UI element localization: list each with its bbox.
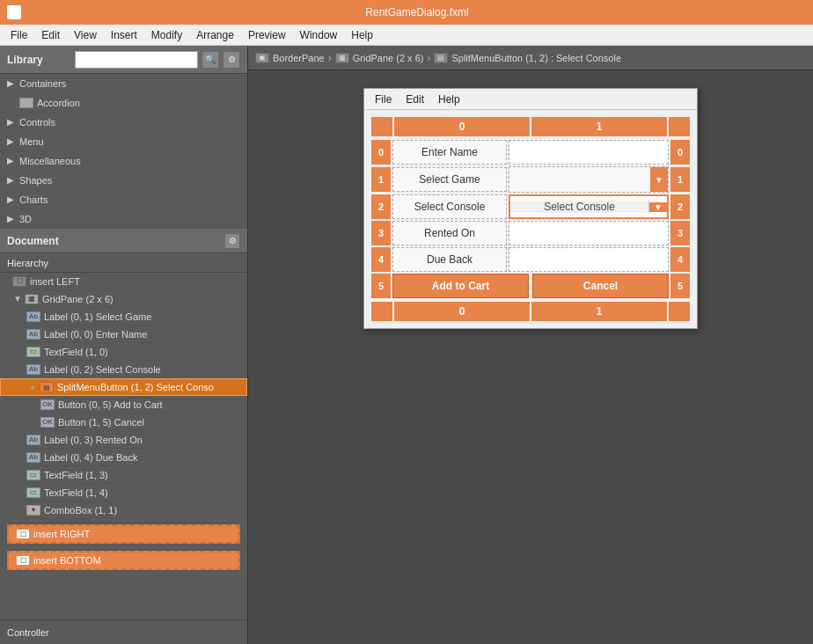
document-title: Document	[7, 235, 224, 247]
arrow-icon	[7, 98, 16, 107]
tree-label-select-game[interactable]: Ab Label (0, 1) Select Game	[0, 308, 247, 326]
right-content: ▣ BorderPane › ▦ GridPane (2 x 6) › ▤ Sp…	[248, 46, 813, 644]
label-rented-on-icon: Ab	[26, 435, 40, 445]
hierarchy-label: Hierarchy	[7, 258, 240, 268]
dialog-menu-help[interactable]: Help	[431, 91, 467, 107]
insert-bottom-label: insert BOTTOM	[33, 555, 101, 566]
grid-row-4: 4 Due Back 4	[371, 247, 690, 272]
row-num-4: 4	[371, 247, 391, 272]
rented-on-input[interactable]	[509, 221, 669, 245]
due-back-input[interactable]	[509, 247, 669, 272]
dialog-content: 0 1 0 Enter Name 0	[364, 110, 697, 328]
dialog-menu-file[interactable]: File	[368, 91, 399, 107]
menu-preview[interactable]: Preview	[241, 27, 293, 43]
tree-split-menu-button[interactable]: + ▤ SplitMenuButton (1, 2) Select Conso	[0, 378, 247, 396]
menu-help[interactable]: Help	[344, 27, 380, 43]
select-console-label: Select Console	[392, 194, 507, 219]
tree-label-enter-name[interactable]: Ab Label (0, 0) Enter Name	[0, 326, 247, 343]
label-due-back-icon: Ab	[26, 452, 40, 463]
enter-name-input[interactable]	[509, 140, 669, 165]
header-col-1: 1	[531, 117, 667, 136]
category-3d[interactable]: ▶ 3D	[0, 209, 247, 229]
textfield-1-3-text: TextField (1, 3)	[44, 470, 108, 480]
library-search-input[interactable]	[75, 51, 198, 69]
category-list: ▶ Containers Accordion ▶ Controls ▶ Menu…	[0, 74, 247, 229]
category-containers[interactable]: ▶ Containers	[0, 74, 247, 93]
tree-textfield-1-4[interactable]: ▭ TextField (1, 4)	[0, 484, 247, 501]
document-settings-button[interactable]: ⚙	[224, 233, 240, 249]
tree-insert-left[interactable]: ☐ insert LEFT	[0, 273, 247, 290]
row-num-0-right: 0	[670, 140, 690, 165]
left-panel: Library 🔍 ⚙ ▶ Containers Accordion ▶ Con…	[0, 46, 248, 644]
split-breadcrumb-icon: ▤	[434, 53, 448, 63]
add-to-cart-button[interactable]: Add to Cart	[392, 274, 529, 298]
tree-textfield-1-3[interactable]: ▭ TextField (1, 3)	[0, 466, 247, 484]
library-settings-button[interactable]: ⚙	[223, 51, 240, 69]
hierarchy-header: Hierarchy	[0, 253, 247, 273]
expand-icon[interactable]: +	[27, 382, 38, 392]
tree-label-rented-on[interactable]: Ab Label (0, 3) Rented On	[0, 431, 247, 449]
tree-gridpane[interactable]: ▼ ▦ GridPane (2 x 6)	[0, 290, 247, 308]
category-controls[interactable]: ▶ Controls	[0, 113, 247, 132]
dialog-footer-row: 0 1	[371, 302, 690, 321]
controller-label: Controller	[7, 627, 49, 638]
menu-file[interactable]: File	[4, 27, 34, 43]
row-num-2-right: 2	[670, 194, 690, 219]
category-misc[interactable]: ▶ Miscellaneous	[0, 151, 247, 171]
textfield-1-3-icon: ▭	[26, 470, 40, 480]
breadcrumb-arrow-2: ›	[427, 52, 430, 64]
cancel-button[interactable]: Cancel	[532, 274, 669, 298]
insert-bottom-button[interactable]: ☐ insert BOTTOM	[7, 551, 240, 570]
tree-textfield-1-0[interactable]: ▭ TextField (1, 0)	[0, 343, 247, 361]
grid-row-2: 2 Select Console Select Console ▼ 2	[371, 194, 690, 219]
menu-view[interactable]: View	[67, 27, 104, 43]
title-bar-title: RentGameDialog.fxml	[28, 6, 806, 18]
button-cancel-text: Button (1, 5) Cancel	[58, 417, 144, 428]
gridpane-label: GridPane (2 x 6)	[42, 294, 114, 304]
tree-button-add-to-cart[interactable]: OK Button (0, 5) Add to Cart	[0, 396, 247, 413]
breadcrumb-gridpane-label: GridPane (2 x 6)	[353, 53, 424, 63]
dialog-menu-edit[interactable]: Edit	[399, 91, 431, 107]
tree-button-cancel[interactable]: OK Button (1, 5) Cancel	[0, 413, 247, 431]
row-num-0: 0	[371, 140, 391, 165]
category-shapes[interactable]: ▶ Shapes	[0, 171, 247, 190]
footer-left-spacer	[371, 302, 392, 321]
grid-row-0: 0 Enter Name 0	[371, 140, 690, 165]
category-accordion[interactable]: Accordion	[0, 93, 247, 113]
select-console-arrow[interactable]: ▼	[649, 202, 667, 212]
library-search-button[interactable]: 🔍	[201, 51, 219, 69]
expand-icon[interactable]: ▼	[12, 294, 23, 304]
select-console-btn-text[interactable]: Select Console	[510, 201, 649, 213]
select-game-combo-btn[interactable]: ▼	[650, 167, 668, 192]
menu-modify[interactable]: Modify	[144, 27, 189, 43]
tree-label-select-console[interactable]: Ab Label (0, 2) Select Console	[0, 361, 247, 378]
app-icon	[7, 5, 21, 19]
breadcrumb-split[interactable]: ▤ SplitMenuButton (1, 2) : Select Consol…	[434, 53, 621, 63]
tree-combobox-1-1[interactable]: ▾ ComboBox (1, 1)	[0, 501, 247, 519]
label-due-back-text: Label (0, 4) Due Back	[44, 452, 137, 463]
tree-label-due-back[interactable]: Ab Label (0, 4) Due Back	[0, 449, 247, 466]
insert-right-button[interactable]: ☐ insert RIGHT	[7, 524, 240, 544]
label-rented-on-text: Label (0, 3) Rented On	[44, 435, 143, 445]
combobox-1-1-text: ComboBox (1, 1)	[44, 505, 117, 516]
library-header: Library 🔍 ⚙	[0, 46, 247, 74]
grid-row-3: 3 Rented On 3	[371, 221, 690, 245]
breadcrumb-gridpane[interactable]: ▦ GridPane (2 x 6)	[335, 53, 424, 63]
category-charts[interactable]: ▶ Charts	[0, 190, 247, 209]
breadcrumb-borderpane[interactable]: ▣ BorderPane	[255, 53, 325, 63]
select-console-split-btn[interactable]: Select Console ▼	[509, 194, 669, 219]
button-add-to-cart-icon: OK	[40, 399, 55, 410]
label-select-game-icon: Ab	[26, 311, 40, 322]
menu-arrange[interactable]: Arrange	[189, 27, 241, 43]
menu-insert[interactable]: Insert	[104, 27, 144, 43]
dialog-window: File Edit Help 0 1	[363, 88, 698, 329]
gridpane-icon: ▦	[25, 294, 39, 304]
menu-edit[interactable]: Edit	[34, 27, 67, 43]
menu-window[interactable]: Window	[293, 27, 345, 43]
select-game-combo[interactable]: ▼	[509, 166, 669, 193]
split-button-icon: ▤	[40, 382, 54, 392]
row-num-1: 1	[371, 167, 391, 192]
tree-list: ☐ insert LEFT ▼ ▦ GridPane (2 x 6) Ab La…	[0, 273, 247, 619]
category-menu[interactable]: ▶ Menu	[0, 132, 247, 151]
rented-on-label: Rented On	[392, 221, 507, 245]
